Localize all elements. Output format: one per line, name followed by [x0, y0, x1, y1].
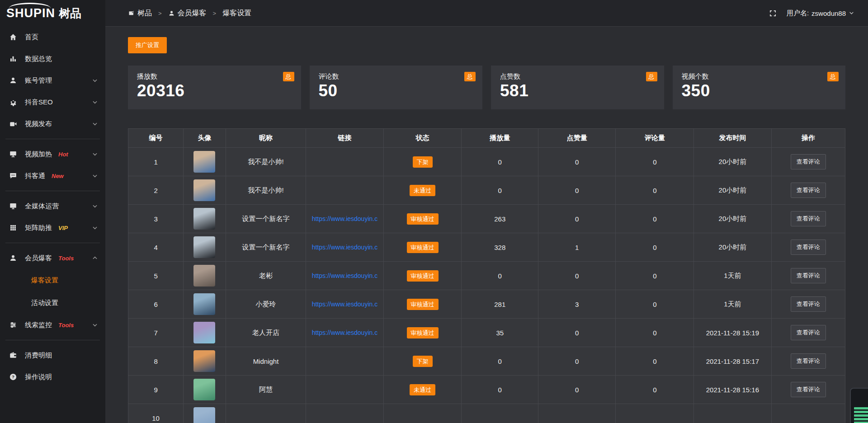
view-comments-button[interactable]: 查看评论 [791, 211, 826, 226]
link-cell: https://www.iesdouyin.c [306, 205, 383, 233]
action-cell: 查看评论 [771, 319, 845, 347]
status-badge: 审核通过 [407, 213, 439, 225]
stat-card-评论数: 评论数50总 [310, 66, 483, 109]
promo-settings-button[interactable]: 推广设置 [128, 37, 167, 53]
action-cell: 查看评论 [771, 347, 845, 376]
nickname: 小爱玲 [226, 290, 306, 319]
row-number: 2 [128, 176, 184, 205]
sidebar-item-操作说明[interactable]: ?操作说明 [0, 366, 105, 388]
nickname: Midnight [226, 347, 306, 376]
total-badge: 总 [464, 72, 476, 81]
video-link[interactable]: https://www.iesdouyin.c [306, 244, 383, 251]
breadcrumb-item-树品[interactable]: 树品 [128, 9, 152, 18]
sidebar-item-视频加热[interactable]: 视频加热Hot [0, 143, 105, 165]
chevron-down-icon [92, 121, 98, 127]
table-row: 8Midnight下架0002021-11-28 15:17查看评论 [128, 347, 845, 376]
sidebar-item-抖客通[interactable]: 抖客通New [0, 165, 105, 187]
table-row: 5老彬https://www.iesdouyin.c审核通过0001天前查看评论 [128, 262, 845, 290]
sidebar-item-数据总览[interactable]: 数据总览 [0, 48, 105, 70]
chevron-up-icon [92, 255, 98, 261]
breadcrumb-item-会员爆客[interactable]: 会员爆客 [168, 9, 207, 18]
sidebar-item-矩阵助推[interactable]: 矩阵助推VIP [0, 217, 105, 239]
sidebar-item-tag: Hot [58, 151, 68, 158]
avatar-cell [184, 176, 226, 205]
action-cell: 查看评论 [771, 148, 845, 176]
sidebar-item-会员爆客[interactable]: 会员爆客Tools [0, 247, 105, 269]
sidebar-item-首页[interactable]: 首页 [0, 26, 105, 48]
avatar [193, 407, 215, 423]
nickname: 设置一个新名字 [226, 233, 306, 262]
widget-bar [854, 418, 868, 420]
link-cell [306, 148, 383, 176]
avatar [193, 151, 215, 173]
sidebar-item-label: 矩阵助推 [25, 224, 52, 232]
status-cell: 审核通过 [383, 319, 462, 347]
sidebar-item-线索监控[interactable]: 线索监控Tools [0, 314, 105, 336]
video-link[interactable]: https://www.iesdouyin.c [306, 215, 383, 222]
sidebar-item-视频发布[interactable]: 视频发布 [0, 113, 105, 135]
sidebar-item-抖音SEO[interactable]: 抖音SEO [0, 91, 105, 113]
breadcrumb-label: 会员爆客 [178, 9, 207, 18]
monitor-icon [9, 202, 18, 211]
view-comments-button[interactable]: 查看评论 [791, 240, 826, 255]
plays-count: 0 [462, 148, 538, 176]
view-comments-button[interactable]: 查看评论 [791, 382, 826, 397]
nickname: 老人开店 [226, 319, 306, 347]
sidebar-item-消费明细[interactable]: 消费明细 [0, 344, 105, 366]
view-comments-button[interactable]: 查看评论 [791, 325, 826, 340]
stat-card-播放数: 播放数20316总 [128, 66, 301, 109]
sidebar-nav: 首页数据总览账号管理抖音SEO视频发布视频加热Hot抖客通New全媒体运营矩阵助… [0, 26, 105, 388]
view-comments-button[interactable]: 查看评论 [791, 268, 826, 283]
status-cell: 审核通过 [383, 205, 462, 233]
chevron-down-icon [92, 225, 98, 231]
action-cell [771, 404, 845, 423]
avatar-cell [184, 404, 226, 423]
row-number: 3 [128, 205, 184, 233]
table-row: 2我不是小帅!未通过00020小时前查看评论 [128, 176, 845, 205]
table-row: 9阿慧未通过0002021-11-28 15:16查看评论 [128, 376, 845, 404]
nickname: 我不是小帅! [226, 176, 306, 205]
view-comments-button[interactable]: 查看评论 [791, 296, 826, 312]
table-row: 10 [128, 404, 845, 423]
sidebar-item-label: 抖客通 [25, 172, 45, 180]
sidebar-divider [5, 243, 100, 243]
video-link[interactable]: https://www.iesdouyin.c [306, 272, 383, 279]
breadcrumb-item-爆客设置[interactable]: 爆客设置 [222, 9, 251, 18]
status-cell: 未通过 [383, 376, 462, 404]
avatar [193, 208, 215, 230]
fullscreen-icon[interactable] [769, 9, 777, 17]
table-row: 6小爱玲https://www.iesdouyin.c审核通过281301天前查… [128, 290, 845, 319]
sidebar-item-全媒体运营[interactable]: 全媒体运营 [0, 195, 105, 217]
floating-phone-widget[interactable] [850, 388, 868, 423]
video-link[interactable]: https://www.iesdouyin.c [306, 329, 383, 336]
grid-icon [9, 223, 18, 232]
view-comments-button[interactable]: 查看评论 [791, 183, 826, 198]
row-number: 9 [128, 376, 184, 404]
user-menu[interactable]: 用户名: zswodun88 [787, 9, 854, 18]
column-header-昵称: 昵称 [226, 129, 306, 148]
column-header-播放量: 播放量 [462, 129, 538, 148]
sidebar-subitem-爆客设置[interactable]: 爆客设置 [0, 269, 105, 291]
avatar-cell [184, 262, 226, 290]
video-link[interactable]: https://www.iesdouyin.c [306, 301, 383, 308]
sidebar-item-账号管理[interactable]: 账号管理 [0, 70, 105, 91]
app-icon [128, 10, 135, 17]
chevron-down-icon [92, 151, 98, 157]
breadcrumb-separator: > [158, 10, 162, 17]
widget-bar [854, 407, 868, 409]
table-header-row: 编号头像昵称链接状态播放量点赞量评论量发布时间操作 [128, 129, 845, 148]
likes-count: 3 [538, 290, 616, 319]
sidebar-subitem-活动设置[interactable]: 活动设置 [0, 291, 105, 314]
avatar-cell [184, 290, 226, 319]
row-number: 5 [128, 262, 184, 290]
view-comments-button[interactable]: 查看评论 [791, 353, 826, 369]
brand-logo-text: SHUPIN [6, 6, 55, 20]
username-value: zswodun88 [811, 9, 846, 17]
brand-logo: SHUPIN 树品 [0, 0, 105, 26]
chevron-down-icon [92, 173, 98, 179]
view-comments-button[interactable]: 查看评论 [791, 154, 826, 169]
column-header-发布时间: 发布时间 [694, 129, 771, 148]
video-icon [9, 119, 18, 128]
videos-table-wrap: 编号头像昵称链接状态播放量点赞量评论量发布时间操作 1我不是小帅!下架00020… [128, 128, 845, 423]
chevron-down-icon [92, 203, 98, 209]
